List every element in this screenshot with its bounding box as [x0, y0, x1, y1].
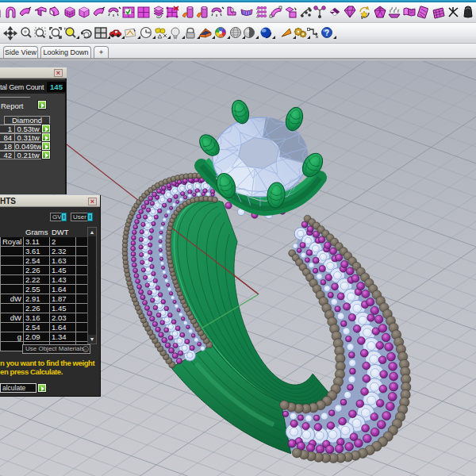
- svg-text:?: ?: [324, 29, 329, 37]
